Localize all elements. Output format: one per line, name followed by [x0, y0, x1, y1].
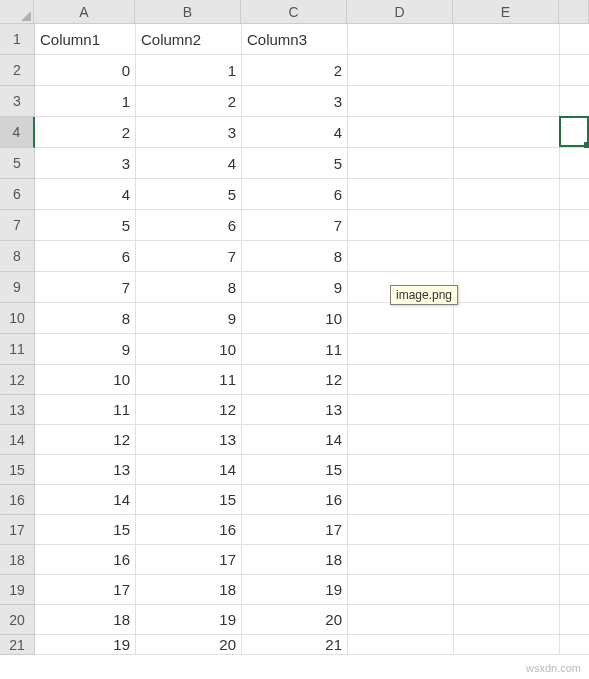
- cell[interactable]: 17: [136, 545, 242, 575]
- cell[interactable]: 10: [35, 365, 136, 395]
- row-header-6[interactable]: 6: [0, 179, 35, 210]
- cell[interactable]: 11: [242, 334, 348, 365]
- cell[interactable]: 14: [35, 485, 136, 515]
- cell[interactable]: 9: [242, 272, 348, 303]
- cell[interactable]: 18: [136, 575, 242, 605]
- row-header-16[interactable]: 16: [0, 485, 35, 515]
- cell[interactable]: 2: [136, 86, 242, 117]
- col-header-e[interactable]: E: [453, 0, 559, 24]
- col-header-a[interactable]: A: [34, 0, 135, 24]
- row-header-10[interactable]: 10: [0, 303, 35, 334]
- row-header-12[interactable]: 12: [0, 365, 35, 395]
- cell[interactable]: 4: [242, 117, 348, 148]
- cell[interactable]: [348, 55, 454, 86]
- cell[interactable]: 3: [136, 117, 242, 148]
- cell[interactable]: [348, 86, 454, 117]
- cell[interactable]: [454, 485, 560, 515]
- cell[interactable]: 14: [242, 425, 348, 455]
- cell[interactable]: 16: [242, 485, 348, 515]
- cell[interactable]: 1: [35, 86, 136, 117]
- cell[interactable]: 7: [136, 241, 242, 272]
- row-header-18[interactable]: 18: [0, 545, 35, 575]
- cell[interactable]: 2: [242, 55, 348, 86]
- col-header-c[interactable]: C: [241, 0, 347, 24]
- cell[interactable]: [560, 545, 589, 575]
- cell[interactable]: 9: [136, 303, 242, 334]
- cell[interactable]: 9: [35, 334, 136, 365]
- cell[interactable]: [348, 117, 454, 148]
- cell[interactable]: 13: [242, 395, 348, 425]
- row-header-15[interactable]: 15: [0, 455, 35, 485]
- cell[interactable]: [560, 179, 589, 210]
- cell[interactable]: [348, 485, 454, 515]
- row-header-1[interactable]: 1: [0, 24, 35, 55]
- cell[interactable]: [560, 455, 589, 485]
- cell[interactable]: [560, 485, 589, 515]
- cell[interactable]: [454, 210, 560, 241]
- cell[interactable]: [348, 210, 454, 241]
- cell[interactable]: 21: [242, 635, 348, 655]
- cell[interactable]: [454, 425, 560, 455]
- cell[interactable]: 13: [136, 425, 242, 455]
- cell[interactable]: 4: [136, 148, 242, 179]
- cell[interactable]: [454, 24, 560, 55]
- cell[interactable]: [560, 515, 589, 545]
- cell[interactable]: [454, 303, 560, 334]
- cell[interactable]: [348, 241, 454, 272]
- cell[interactable]: [454, 455, 560, 485]
- cell[interactable]: Column3: [242, 24, 348, 55]
- cell[interactable]: [348, 545, 454, 575]
- cell[interactable]: 16: [35, 545, 136, 575]
- cell[interactable]: 15: [242, 455, 348, 485]
- cell[interactable]: 1: [136, 55, 242, 86]
- cell[interactable]: 7: [242, 210, 348, 241]
- cell[interactable]: [348, 575, 454, 605]
- cell[interactable]: Column2: [136, 24, 242, 55]
- cell[interactable]: [560, 24, 589, 55]
- row-header-13[interactable]: 13: [0, 395, 35, 425]
- cell[interactable]: 10: [242, 303, 348, 334]
- cell[interactable]: [348, 455, 454, 485]
- cell[interactable]: 12: [136, 395, 242, 425]
- cell[interactable]: [348, 515, 454, 545]
- cell[interactable]: 2: [35, 117, 136, 148]
- cell[interactable]: [454, 395, 560, 425]
- cell[interactable]: 18: [35, 605, 136, 635]
- cell[interactable]: [560, 148, 589, 179]
- cell[interactable]: 8: [35, 303, 136, 334]
- cell[interactable]: 17: [242, 515, 348, 545]
- cell[interactable]: [454, 55, 560, 86]
- cell[interactable]: 5: [35, 210, 136, 241]
- cell[interactable]: [348, 425, 454, 455]
- cell[interactable]: [560, 272, 589, 303]
- row-header-21[interactable]: 21: [0, 635, 35, 655]
- cell[interactable]: 6: [136, 210, 242, 241]
- cell[interactable]: 19: [35, 635, 136, 655]
- row-header-4[interactable]: 4: [0, 117, 35, 148]
- cell[interactable]: 10: [136, 334, 242, 365]
- cell[interactable]: 12: [242, 365, 348, 395]
- cell[interactable]: [560, 395, 589, 425]
- row-header-2[interactable]: 2: [0, 55, 35, 86]
- cell[interactable]: [454, 605, 560, 635]
- cell[interactable]: [348, 365, 454, 395]
- cell[interactable]: [560, 605, 589, 635]
- cell[interactable]: 12: [35, 425, 136, 455]
- cell[interactable]: [348, 395, 454, 425]
- cell[interactable]: 11: [35, 395, 136, 425]
- row-header-17[interactable]: 17: [0, 515, 35, 545]
- cell[interactable]: 19: [242, 575, 348, 605]
- col-header-d[interactable]: D: [347, 0, 453, 24]
- cell[interactable]: [454, 545, 560, 575]
- cell[interactable]: 20: [136, 635, 242, 655]
- cell[interactable]: [560, 210, 589, 241]
- cell[interactable]: [560, 575, 589, 605]
- cell[interactable]: [454, 148, 560, 179]
- cell[interactable]: 5: [242, 148, 348, 179]
- cell[interactable]: [454, 117, 560, 148]
- cell[interactable]: [454, 515, 560, 545]
- cell[interactable]: [454, 365, 560, 395]
- row-header-14[interactable]: 14: [0, 425, 35, 455]
- cell[interactable]: [348, 303, 454, 334]
- row-header-3[interactable]: 3: [0, 86, 35, 117]
